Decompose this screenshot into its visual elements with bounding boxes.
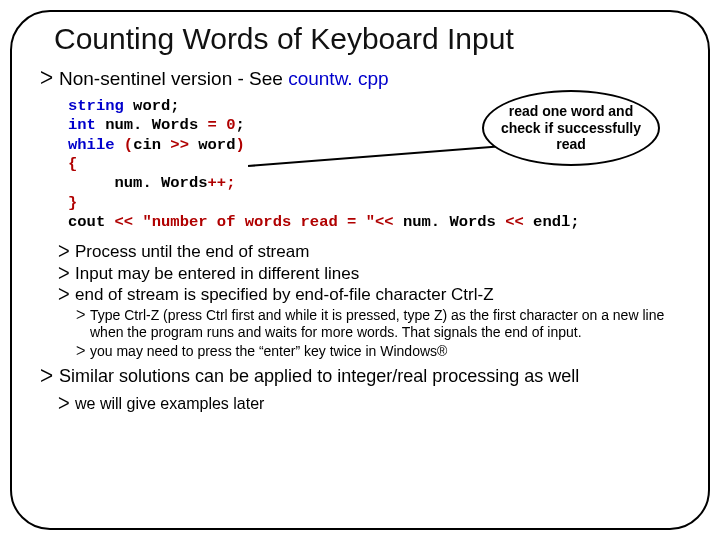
bullet-eos-ctrlz: ᐳ end of stream is specified by end-of-f… [58, 285, 680, 305]
bullet-text: Type Ctrl-Z (press Ctrl first and while … [90, 307, 680, 342]
bullet-ctrlz-detail: ᐳ Type Ctrl-Z (press Ctrl first and whil… [76, 307, 680, 342]
bullet-text: Input may be entered in different lines [75, 264, 359, 284]
bullet-glyph: ᐳ [58, 285, 70, 304]
bullet-glyph: ᐳ [58, 264, 70, 283]
filename-link: countw. cpp [288, 68, 388, 89]
callout-bubble: read one word and check if successfully … [482, 90, 660, 166]
bullet-similar: ᐳ Similar solutions can be applied to in… [40, 366, 680, 388]
bullet-diff-lines: ᐳ Input may be entered in different line… [58, 264, 680, 284]
bullet-text: we will give examples later [75, 394, 264, 413]
bullet-text: Non-sentinel version - See [59, 68, 288, 89]
slide-frame: Counting Words of Keyboard Input ᐳ Non-s… [10, 10, 710, 530]
bullet-text: end of stream is specified by end-of-fil… [75, 285, 494, 305]
bullet-glyph: ᐳ [40, 366, 53, 388]
bullet-glyph: ᐳ [76, 343, 85, 359]
bullet-glyph: ᐳ [76, 307, 85, 323]
bullet-glyph: ᐳ [40, 68, 53, 90]
bullet-enter-twice: ᐳ you may need to press the “enter” key … [76, 343, 680, 361]
slide-title: Counting Words of Keyboard Input [54, 22, 680, 56]
bullet-text: Similar solutions can be applied to inte… [59, 366, 579, 388]
bullet-text: you may need to press the “enter” key tw… [90, 343, 447, 361]
bullet-later: ᐳ we will give examples later [58, 394, 680, 413]
bullet-glyph: ᐳ [58, 242, 70, 261]
bullet-process-eos: ᐳ Process until the end of stream [58, 242, 680, 262]
callout-text: read one word and check if successfully … [488, 103, 654, 153]
bullet-text: Process until the end of stream [75, 242, 309, 262]
bullet-nonsentinel: ᐳ Non-sentinel version - See countw. cpp [40, 68, 680, 91]
bullet-glyph: ᐳ [58, 394, 70, 413]
